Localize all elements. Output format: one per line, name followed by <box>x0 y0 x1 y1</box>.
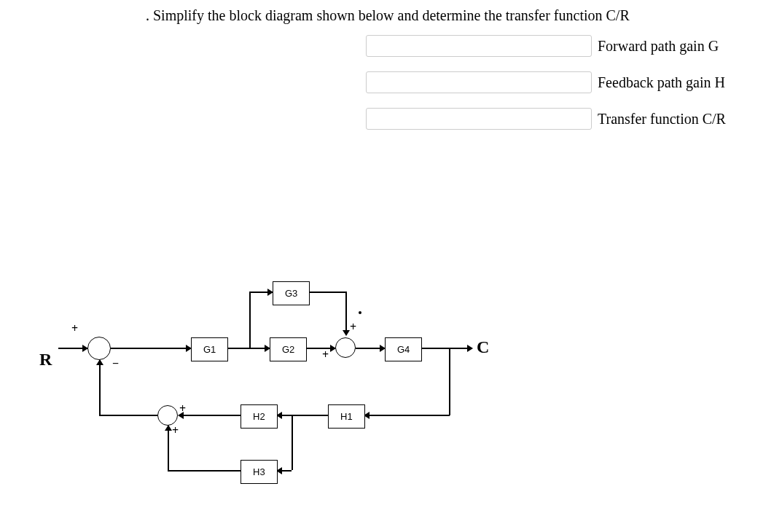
feedback-gain-label: Feedback path gain H <box>598 74 725 91</box>
line-input <box>58 348 87 349</box>
forward-gain-row: Forward path gain G <box>366 35 719 57</box>
block-g4: G4 <box>385 337 422 361</box>
transfer-function-label: Transfer function C/R <box>598 111 726 128</box>
block-g1: G1 <box>191 337 228 361</box>
forward-gain-input[interactable] <box>366 35 592 57</box>
line-to-g3 <box>249 292 273 293</box>
line-h3-out-h <box>168 470 241 472</box>
line-feedback-v <box>99 360 101 415</box>
block-g2: G2 <box>270 337 307 361</box>
block-h3: H3 <box>241 460 278 484</box>
sum2-plus-top: + <box>350 321 356 334</box>
feedback-gain-input[interactable] <box>366 71 592 93</box>
sum2-plus-left: + <box>322 348 329 361</box>
block-h1: H1 <box>328 404 365 429</box>
line-sum2-g4 <box>356 348 385 349</box>
line-to-h1 <box>364 415 450 416</box>
line-output-down <box>449 348 450 415</box>
sum3-plus-bottom: + <box>172 424 179 437</box>
line-to-h3 <box>277 470 292 472</box>
sum1-minus-sign: − <box>112 357 119 370</box>
line-feedback-h <box>99 415 157 416</box>
feedback-gain-row: Feedback path gain H <box>366 71 725 93</box>
line-h1-out <box>292 415 328 416</box>
line-h3-up <box>168 426 169 471</box>
line-branch-h3 <box>292 415 293 470</box>
line-branch-up <box>249 292 251 348</box>
question-text: . Simplify the block diagram shown below… <box>146 7 630 24</box>
line-h2-sum3 <box>179 415 241 416</box>
line-g1-g2 <box>227 348 270 349</box>
block-diagram: R + − G1 G3 G2 + + G4 C H1 <box>36 270 547 525</box>
input-label: R <box>39 350 52 369</box>
transfer-function-row: Transfer function C/R <box>366 108 726 130</box>
line-g2-sum2 <box>306 348 335 349</box>
sum1-plus-sign: + <box>71 322 78 335</box>
line-sum1-g1 <box>111 348 191 349</box>
transfer-function-input[interactable] <box>366 108 592 130</box>
block-h2: H2 <box>241 404 278 429</box>
line-g3-down <box>345 292 347 335</box>
line-g4-out <box>421 348 472 349</box>
line-to-h2 <box>277 415 292 416</box>
dot-marker <box>359 311 361 314</box>
block-g3: G3 <box>273 281 310 305</box>
output-label: C <box>477 337 489 357</box>
line-g3-out <box>309 292 345 293</box>
forward-gain-label: Forward path gain G <box>598 38 719 55</box>
summing-junction-2 <box>335 337 356 358</box>
sum3-plus-top: + <box>179 402 186 415</box>
summing-junction-3 <box>157 405 178 426</box>
summing-junction-1 <box>87 337 111 360</box>
